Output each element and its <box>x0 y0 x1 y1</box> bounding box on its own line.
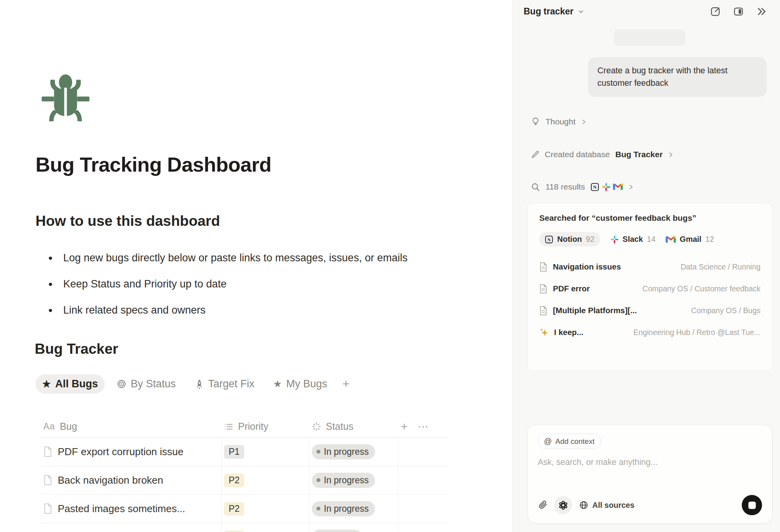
priority-pill[interactable]: P2 <box>224 502 244 516</box>
created-database-step[interactable]: Created database Bug Tracker <box>531 150 674 159</box>
ai-side-panel: Bug tracker Create a bug tracker with th… <box>513 0 780 532</box>
star-icon: ★ <box>42 379 51 389</box>
status-dot <box>316 450 320 454</box>
model-selector[interactable] <box>554 496 572 514</box>
panel-layout-icon[interactable] <box>733 6 744 17</box>
instruction-item: Link related specs and owners <box>47 297 476 323</box>
result-meta: Engineering Hub / Retro @Last Tue... <box>634 328 760 337</box>
tab-my-bugs[interactable]: ★ My Bugs <box>267 374 334 394</box>
thought-step[interactable]: Thought <box>531 117 587 126</box>
search-result-item[interactable]: [Multiple Platforms][... Company OS / Bu… <box>539 300 760 321</box>
instruction-item: Log new bugs directly below or paste lin… <box>47 245 476 271</box>
svg-text:N: N <box>593 184 597 190</box>
target-icon <box>117 379 126 389</box>
add-view-button[interactable]: + <box>339 377 353 391</box>
chat-composer[interactable]: @ Add context Ask, search, or make anyth… <box>527 425 773 523</box>
tab-all-bugs[interactable]: ★ All Bugs <box>36 374 105 394</box>
page-icon <box>43 503 52 514</box>
all-sources-button[interactable]: All sources <box>579 500 634 510</box>
column-label: Status <box>326 421 354 432</box>
rocket-icon <box>195 379 204 389</box>
status-spinner-icon <box>312 422 321 431</box>
add-context-button[interactable]: @ Add context <box>538 434 601 449</box>
source-count: 12 <box>705 235 714 244</box>
tab-label: My Bugs <box>286 378 327 390</box>
page-icon <box>43 446 52 457</box>
table-row[interactable]: P2 Blocked <box>41 523 449 532</box>
gmail-icon <box>666 236 676 243</box>
column-status[interactable]: Status <box>309 416 398 437</box>
chevron-right-icon <box>628 184 634 190</box>
table-row[interactable]: Back navigation broken P2 In progress <box>41 466 449 495</box>
pencil-icon <box>531 151 539 159</box>
result-meta: Company OS / Bugs <box>691 306 760 315</box>
result-meta: Data Science / Running <box>681 262 760 271</box>
new-chat-icon[interactable] <box>710 6 721 17</box>
status-pill[interactable]: In progress <box>312 473 375 488</box>
thought-label: Thought <box>545 117 576 126</box>
collapse-panel-icon[interactable] <box>756 6 767 17</box>
created-label: Created database <box>545 150 610 159</box>
bug-table: Aa Bug Priority <box>41 416 449 532</box>
stop-button[interactable] <box>742 495 762 515</box>
instruction-list: Log new bugs directly below or paste lin… <box>47 245 476 323</box>
search-result-item[interactable]: PDF error Company OS / Customer feedback <box>539 278 760 300</box>
table-header: Aa Bug Priority <box>41 416 449 438</box>
source-filter-row: N Notion 92 Slack 14 Gmail 12 <box>539 232 760 246</box>
column-label: Bug <box>60 421 77 432</box>
chevron-right-icon <box>668 152 674 158</box>
paperclip-icon <box>538 500 548 510</box>
search-card-title: Searched for “customer feedback bugs” <box>539 213 760 223</box>
chevron-right-icon <box>581 119 587 125</box>
result-title: PDF error <box>553 284 590 293</box>
star-icon: ★ <box>273 379 282 389</box>
tab-target-fix[interactable]: Target Fix <box>188 374 261 394</box>
bug-page-icon[interactable] <box>39 72 92 125</box>
svg-text:N: N <box>547 237 551 242</box>
result-title: I keep... <box>554 328 583 337</box>
app-window: Bug Tracking Dashboard How to use this d… <box>0 0 780 532</box>
search-result-list: Navigation issues Data Science / Running… <box>539 256 760 343</box>
composer-input[interactable]: Ask, search, or make anything... <box>538 458 762 467</box>
priority-pill[interactable]: P2 <box>224 473 244 487</box>
source-gmail[interactable]: Gmail 12 <box>666 235 714 244</box>
slack-icon <box>602 183 611 192</box>
status-pill[interactable]: In progress <box>312 444 375 459</box>
notion-icon: N <box>590 183 599 192</box>
search-result-item[interactable]: Navigation issues Data Science / Running <box>539 256 760 278</box>
table-options-button[interactable]: ⋯ <box>418 420 430 433</box>
priority-pill[interactable]: P1 <box>224 445 244 459</box>
results-count: 118 results <box>545 182 585 192</box>
tab-by-status[interactable]: By Status <box>110 374 183 394</box>
attachment-button[interactable] <box>538 500 548 510</box>
bug-title: Back navigation broken <box>58 474 163 486</box>
openai-icon <box>558 500 569 511</box>
source-notion[interactable]: N Notion 92 <box>539 232 600 246</box>
stop-square-icon <box>748 502 756 509</box>
priority-pill[interactable]: P2 <box>224 530 244 532</box>
loading-shimmer <box>614 30 686 46</box>
panel-title-dropdown[interactable]: Bug tracker <box>524 6 585 17</box>
column-priority[interactable]: Priority <box>222 416 309 437</box>
notion-icon: N <box>545 235 553 244</box>
source-count: 14 <box>647 235 656 244</box>
section-heading: How to use this dashboard <box>36 213 220 229</box>
page-title: Bug Tracking Dashboard <box>36 153 271 176</box>
table-row[interactable]: PDF export corruption issue P1 In progre… <box>41 438 449 466</box>
tab-label: All Bugs <box>55 378 98 390</box>
search-result-item[interactable]: I keep... Engineering Hub / Retro @Last … <box>539 321 760 343</box>
add-column-button[interactable]: + <box>401 420 408 433</box>
document-icon <box>539 284 547 294</box>
source-name: Notion <box>557 235 582 244</box>
bug-title: PDF export corruption issue <box>58 446 183 458</box>
search-results-step[interactable]: 118 results N <box>531 182 634 192</box>
source-slack[interactable]: Slack 14 <box>610 235 656 244</box>
status-pill[interactable]: Blocked <box>312 530 362 532</box>
instruction-item: Keep Status and Priority up to date <box>47 271 476 297</box>
list-property-icon <box>224 422 233 431</box>
composer-toolbar: All sources <box>538 495 762 515</box>
column-bug[interactable]: Aa Bug <box>41 416 222 437</box>
status-pill[interactable]: In progress <box>312 501 375 516</box>
tracker-heading: Bug Tracker <box>35 341 118 357</box>
table-row[interactable]: Pasted images sometimes... P2 In progres… <box>41 495 449 523</box>
